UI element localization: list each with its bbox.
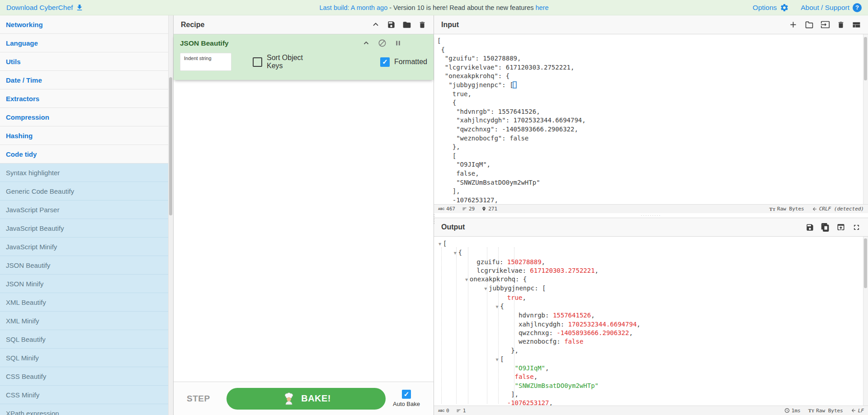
output-line: ▾ [ — [439, 355, 868, 364]
sidebar-operation[interactable]: SQL Minify — [0, 349, 173, 367]
save-output-icon[interactable] — [806, 223, 814, 232]
sort-object-keys-checkbox[interactable]: Sort Object Keys — [253, 54, 310, 70]
sidebar-operation[interactable]: JSON Beautify — [0, 256, 173, 275]
sidebar-operation[interactable]: Syntax highlighter — [0, 163, 173, 182]
input-encoding-toggle[interactable]: TTRaw Bytes — [769, 206, 804, 212]
checkbox-checked-icon: ✓ — [380, 57, 390, 67]
column-splitter-grip[interactable] — [433, 214, 435, 224]
step-button[interactable]: STEP — [187, 394, 210, 404]
output-encoding-toggle[interactable]: TTRaw Bytes — [808, 408, 843, 414]
splitter-grip-dots: ········· — [641, 214, 661, 216]
output-line: qwzchnxg: -1405893666.2906322, — [439, 329, 868, 337]
sidebar-operation[interactable]: XML Minify — [0, 312, 173, 330]
lines-icon — [456, 408, 461, 413]
operations-sidebar: Networking Language Utils Date / Time Ex… — [0, 15, 174, 415]
sidebar-operation[interactable]: CSS Beautify — [0, 367, 173, 386]
reset-layout-icon[interactable] — [852, 20, 861, 29]
sidebar-operation[interactable]: JavaScript Minify — [0, 238, 173, 256]
here-link[interactable]: here — [535, 4, 548, 11]
sidebar-operation[interactable]: Generic Code Beautify — [0, 182, 173, 201]
sidebar-category[interactable]: Code tidy — [0, 145, 173, 163]
download-cyberchef-link[interactable]: Download CyberChef — [6, 4, 84, 12]
input-area[interactable]: [ { "gzuifu": 150278889, "lcgrvikelvae":… — [434, 34, 868, 204]
build-notice-text: - Version 10 is here! Read about the new… — [387, 4, 535, 11]
output-line: true, — [439, 294, 868, 302]
build-notice: Last build: A month ago - Version 10 is … — [0, 4, 868, 11]
sidebar-operation[interactable]: JavaScript Beautify — [0, 219, 173, 238]
eol-arrow-icon — [851, 408, 856, 413]
clear-recipe-icon[interactable] — [418, 21, 426, 29]
io-panel: Input [ { "gzuifu": 150278889, "lcgrvike… — [434, 15, 868, 415]
output-header-icons — [806, 223, 861, 232]
hide-args-icon[interactable] — [362, 39, 370, 47]
bake-button[interactable]: BAKE! — [226, 388, 386, 410]
sidebar-operation[interactable]: JSON Minify — [0, 275, 173, 293]
sidebar-category[interactable]: Date / Time — [0, 71, 173, 89]
auto-bake-checkbox-icon: ✓ — [402, 390, 411, 399]
output-line: ▾ { — [439, 248, 868, 257]
output-line: weznobocfg: false — [439, 337, 868, 346]
collapse-recipe-icon[interactable] — [371, 20, 380, 29]
maximize-output-icon[interactable] — [852, 223, 861, 232]
recipe-operation-json-beautify[interactable]: JSON Beautify Indent string Sort Object … — [174, 34, 434, 80]
formatted-checkbox[interactable]: ✓ Formatted — [380, 57, 427, 67]
sidebar-category[interactable]: Utils — [0, 52, 173, 71]
output-line: ▾ { — [439, 302, 868, 311]
operation-title: JSON Beautify — [180, 39, 229, 47]
indent-string-label: Indent string — [184, 56, 227, 61]
sidebar-category[interactable]: Hashing — [0, 126, 173, 145]
output-line: hdvnrgb: 1557641526, — [439, 311, 868, 320]
cursor-position: 271 — [481, 206, 497, 212]
input-header: Input — [434, 15, 868, 34]
output-status-left: ABC0 1 — [438, 408, 466, 414]
input-status-right: TTRaw Bytes CRLF (detected) — [769, 206, 864, 212]
copy-output-icon[interactable] — [821, 223, 830, 232]
load-recipe-icon[interactable] — [402, 20, 411, 29]
sidebar-scrollbar[interactable] — [168, 15, 173, 415]
sidebar-operation[interactable]: XML Beautify — [0, 293, 173, 312]
sidebar-category[interactable]: Extractors — [0, 89, 173, 108]
disable-operation-icon[interactable] — [378, 39, 387, 47]
sidebar-category[interactable]: Compression — [0, 108, 173, 126]
sidebar-operation[interactable]: JavaScript Parser — [0, 201, 173, 219]
about-support-button[interactable]: About / Support ? — [801, 3, 862, 12]
lines-icon — [462, 206, 467, 211]
last-build-link[interactable]: Last build: A month ago — [319, 4, 387, 11]
output-line: ▾ [ — [439, 239, 868, 248]
save-recipe-icon[interactable] — [387, 20, 396, 29]
recipe-empty-area[interactable] — [174, 80, 434, 382]
sidebar-category[interactable]: Language — [0, 34, 173, 52]
operation-arguments: Indent string Sort Object Keys ✓ Formatt… — [174, 48, 434, 80]
open-file-icon[interactable] — [805, 20, 814, 29]
bake-button-label: BAKE! — [301, 393, 331, 404]
add-input-tab-icon[interactable] — [788, 20, 798, 29]
output-line: false, — [439, 373, 868, 381]
auto-bake-toggle[interactable]: ✓ Auto Bake — [393, 390, 420, 407]
breakpoint-icon[interactable] — [394, 39, 402, 47]
about-label: About / Support — [801, 4, 849, 12]
replace-input-icon[interactable] — [836, 223, 845, 232]
input-eol-toggle[interactable]: CRLF (detected) — [812, 206, 864, 212]
recipe-panel: Recipe JSON Beautify — [174, 15, 434, 415]
options-button[interactable]: Options — [753, 3, 789, 12]
output-eol-toggle[interactable]: LF — [851, 408, 864, 414]
sidebar-operation[interactable]: CSS Minify — [0, 386, 173, 404]
sidebar-scrollbar-thumb[interactable] — [169, 77, 172, 215]
io-splitter[interactable]: ········· — [434, 213, 868, 218]
clear-io-icon[interactable] — [837, 21, 845, 29]
input-code[interactable]: [ { "gzuifu": 150278889, "lcgrvikelvae":… — [434, 34, 868, 204]
location-pin-icon — [481, 206, 486, 211]
input-scrollbar[interactable] — [863, 34, 868, 204]
sidebar-operation[interactable]: SQL Beautify — [0, 330, 173, 349]
open-folder-input-icon[interactable] — [821, 20, 830, 29]
sidebar-category[interactable]: Networking — [0, 15, 173, 34]
char-count-icon: ABC — [438, 207, 444, 210]
sidebar-operation[interactable]: XPath expression — [0, 404, 173, 415]
input-status-bar: ABC467 29 271 TTRaw Bytes CRLF (detected… — [434, 204, 868, 213]
input-scrollbar-thumb[interactable] — [864, 37, 867, 80]
output-area[interactable]: ▾ [ ▾ { gzuifu: 150278889, lcgrvikelvae:… — [434, 237, 868, 406]
output-line: }, — [439, 346, 868, 355]
character-encoding-icon: TT — [808, 408, 814, 413]
output-line: ▾ onexakpkrohq: { — [439, 275, 868, 284]
indent-string-input[interactable]: Indent string — [180, 53, 231, 71]
